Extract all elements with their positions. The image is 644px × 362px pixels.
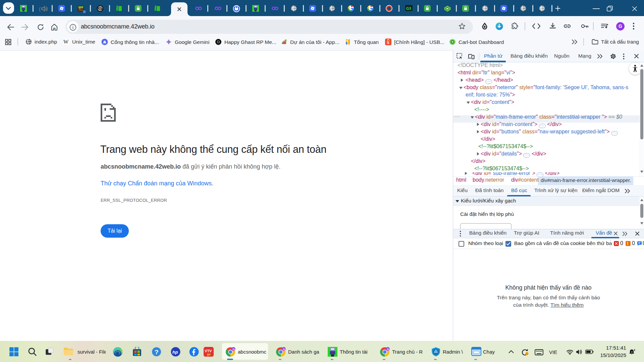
svg-text:z: z [631,350,633,353]
svg-text:G3: G3 [406,6,411,10]
svg-text:S: S [387,41,389,45]
svg-text:?: ? [155,349,159,356]
svg-text:W: W [63,39,69,45]
svg-text:go: go [207,353,211,356]
svg-text:(: ( [39,6,41,12]
svg-text:G: G [387,348,389,351]
svg-text:hp: hp [172,350,178,355]
svg-text:z: z [634,348,636,352]
svg-text:G: G [283,348,285,351]
svg-text:G: G [232,348,235,351]
